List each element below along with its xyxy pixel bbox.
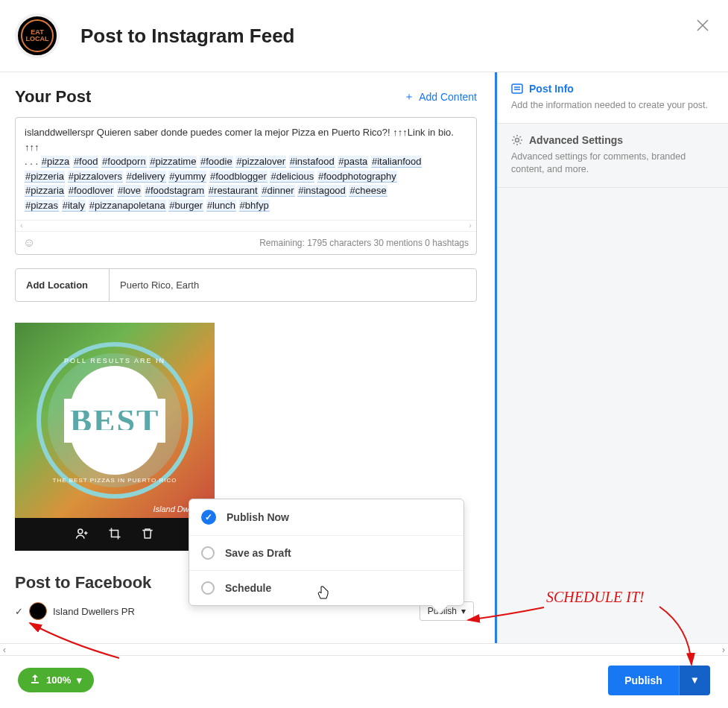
upload-progress-pill[interactable]: 100% ▾	[18, 668, 94, 692]
svg-point-6	[516, 138, 519, 142]
char-counter: Remaining: 1795 characters 30 mentions 0…	[259, 238, 469, 248]
hashtag[interactable]: #pizzanapoletana	[89, 200, 166, 212]
option-publish-now[interactable]: ✓ Publish Now	[189, 499, 463, 535]
image-preview[interactable]: POLL RESULTS ARE IN BEST THE BEST PIZZAS…	[15, 323, 215, 518]
hashtag[interactable]: #bhfyp	[239, 200, 270, 212]
hashtag[interactable]: #instafood	[289, 156, 335, 168]
hashtag[interactable]: #delicious	[270, 171, 314, 183]
hashtag[interactable]: #cheese	[349, 185, 387, 197]
tag-people-icon[interactable]	[75, 527, 89, 543]
svg-point-0	[78, 529, 83, 534]
hashtag[interactable]: #foodblogger	[209, 171, 268, 183]
footer-bar: 100% ▾ Publish ▼	[0, 655, 728, 704]
hashtag[interactable]: #love	[117, 185, 142, 197]
location-label: Add Location	[16, 269, 110, 301]
sidebar-post-info[interactable]: Post Info Add the information needed to …	[498, 72, 728, 124]
fb-account-name: Island Dwellers PR	[53, 606, 135, 617]
publish-options-menu: ✓ Publish Now Save as Draft Schedule	[189, 499, 464, 606]
emoji-picker-button[interactable]: ☺	[23, 236, 35, 250]
trash-icon[interactable]	[141, 527, 154, 543]
horizontal-scrollbar[interactable]: ‹›	[0, 643, 728, 655]
hashtag[interactable]: #delivery	[126, 171, 166, 183]
hashtag[interactable]: #pizzalover	[235, 156, 286, 168]
location-row[interactable]: Add Location Puerto Rico, Earth	[15, 268, 477, 302]
add-content-button[interactable]: ＋ Add Content	[404, 90, 477, 104]
hashtag[interactable]: #foodporn	[101, 156, 147, 168]
facebook-account-row[interactable]: ✓ Island Dwellers PR	[15, 602, 135, 620]
hashtag[interactable]: #pasta	[338, 156, 368, 168]
hashtag[interactable]: #pizzalovers	[68, 171, 123, 183]
crop-icon[interactable]	[108, 527, 121, 543]
checkbox-checked-icon[interactable]: ✓	[15, 606, 23, 617]
hashtag[interactable]: #pizza	[41, 156, 71, 168]
hashtag[interactable]: #italy	[62, 200, 86, 212]
hashtag[interactable]: #food	[73, 156, 99, 168]
svg-rect-3	[512, 84, 522, 93]
radio-icon	[201, 546, 215, 560]
close-button[interactable]	[695, 18, 710, 35]
gear-icon	[511, 134, 523, 146]
hashtag[interactable]: #instagood	[297, 185, 346, 197]
publish-button[interactable]: Publish	[608, 666, 679, 695]
fb-avatar	[29, 602, 47, 620]
location-value[interactable]: Puerto Rico, Earth	[110, 269, 476, 301]
option-save-draft[interactable]: Save as Draft	[189, 535, 463, 570]
post-info-icon	[511, 83, 523, 95]
hashtag[interactable]: #yummy	[168, 171, 206, 183]
svg-rect-7	[31, 682, 39, 683]
right-sidebar: Post Info Add the information needed to …	[497, 72, 728, 643]
post-text-box[interactable]: islanddwellerspr Quieren saber donde pue…	[15, 117, 477, 255]
hashtag[interactable]: #pizzeria	[25, 171, 65, 183]
hashtag[interactable]: #pizzaria	[25, 185, 65, 197]
profile-avatar: EAT LOCAL	[15, 13, 60, 58]
hashtag[interactable]: #foodie	[200, 156, 233, 168]
image-toolbar	[15, 518, 215, 551]
dialog-title: Post to Instagram Feed	[80, 25, 295, 48]
option-schedule[interactable]: Schedule	[189, 570, 463, 605]
hashtag[interactable]: #pizzas	[25, 200, 59, 212]
post-text-content[interactable]: islanddwellerspr Quieren saber donde pue…	[16, 118, 476, 220]
publish-dropdown-button[interactable]: ▼	[679, 666, 710, 695]
upload-icon	[30, 674, 40, 686]
hashtag[interactable]: #restaurant	[208, 185, 259, 197]
hashtag[interactable]: #foodstagram	[145, 185, 206, 197]
radio-icon	[201, 581, 215, 595]
hashtag[interactable]: #italianfood	[371, 156, 422, 168]
hashtag[interactable]: #foodlover	[68, 185, 115, 197]
your-post-heading: Your Post	[15, 87, 91, 107]
dialog-header: EAT LOCAL Post to Instagram Feed	[0, 0, 728, 72]
hashtag[interactable]: #lunch	[206, 200, 236, 212]
attached-image: POLL RESULTS ARE IN BEST THE BEST PIZZAS…	[15, 323, 215, 551]
hashtag[interactable]: #dinner	[261, 185, 294, 197]
check-icon: ✓	[201, 510, 216, 525]
caret-down-icon: ▾	[77, 674, 82, 686]
textarea-scroll-hint: ‹›	[16, 220, 476, 231]
hashtag[interactable]: #burger	[168, 200, 203, 212]
caret-down-icon: ▾	[461, 606, 466, 616]
plus-icon: ＋	[404, 90, 414, 104]
sidebar-advanced-settings[interactable]: Advanced Settings Advanced settings for …	[498, 124, 728, 188]
hashtag[interactable]: #foodphotography	[317, 171, 397, 183]
hashtag[interactable]: #pizzatime	[149, 156, 197, 168]
